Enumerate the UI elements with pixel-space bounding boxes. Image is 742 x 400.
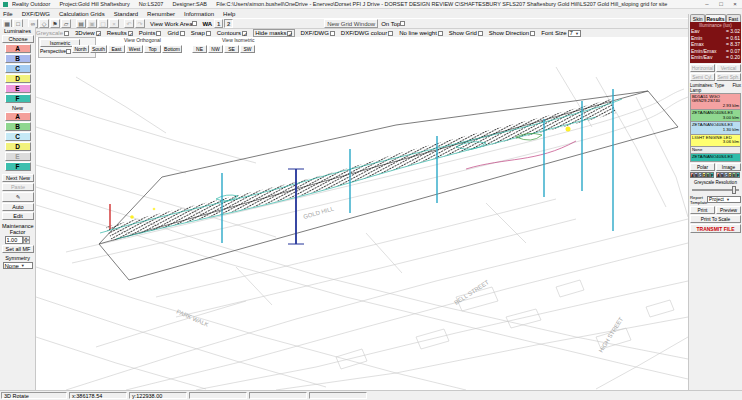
delete-icon[interactable]: × — [109, 19, 119, 28]
menu-renumber[interactable]: Renumber — [147, 11, 175, 17]
copy-icon[interactable]: ▣ — [87, 19, 97, 28]
luminaire-row-d[interactable]: LIGHT ENGINE LED3.06 klm — [690, 135, 741, 147]
font-size-select[interactable]: 7▼ — [568, 30, 581, 37]
new-letter-b[interactable]: B — [5, 122, 31, 131]
next-new-button[interactable]: Next New — [2, 174, 34, 182]
choose-letter-a[interactable]: A — [5, 44, 31, 53]
edit-button[interactable]: Edit — [2, 212, 34, 220]
option-no-line-weight[interactable]: No line weight — [399, 30, 444, 36]
flag-icon[interactable]: ⚑ — [50, 19, 60, 28]
new-letter-e[interactable]: E — [5, 152, 31, 161]
perspective-checkbox[interactable] — [66, 49, 71, 54]
view-bottom-button[interactable]: Bottom — [162, 45, 182, 53]
option-snap[interactable]: Snap — [191, 30, 212, 36]
semi-cyl-button[interactable]: Semi Cyl. — [690, 73, 715, 81]
choose-letter-d[interactable]: D — [5, 74, 31, 83]
view-south-button[interactable]: South — [90, 45, 107, 53]
lamp-icon[interactable]: ◇ — [39, 19, 49, 28]
luminaire-row-e[interactable]: None — [690, 147, 741, 155]
view-top-button[interactable]: Top — [144, 45, 161, 53]
slider-thumb[interactable] — [732, 186, 736, 194]
tab-results[interactable]: Results — [705, 14, 725, 22]
luminaire-row-a[interactable]: BD5A51 WGO GRN29.2S7402.93 klm — [690, 93, 741, 111]
report-template-select[interactable]: Project▼ — [707, 196, 741, 203]
paste-luminaire-button[interactable]: Paste — [2, 183, 34, 191]
horizontal-button[interactable]: Horizontal — [690, 64, 715, 72]
option-greyscale[interactable]: Greyscale — [36, 30, 70, 36]
menu-standard[interactable]: Standard — [114, 11, 138, 17]
option-contours[interactable]: Contours✓ — [217, 30, 248, 36]
option-show-direction[interactable]: Show Direction — [489, 30, 536, 36]
3d-design-canvas[interactable]: GOLD HILL PARK WALK BELL STREET HIGH STR… — [36, 37, 688, 390]
maintenance-factor-input[interactable] — [5, 236, 23, 244]
polygon-icon[interactable]: ▱ — [61, 19, 71, 28]
view-east-button[interactable]: East — [108, 45, 125, 53]
tab-skin[interactable]: Skin — [690, 14, 705, 22]
new-letter-c[interactable]: C — [5, 132, 31, 141]
edit-pencil-icon[interactable]: ✎ — [2, 192, 34, 202]
choose-letter-b[interactable]: B — [5, 54, 31, 63]
choose-letter-c[interactable]: C — [5, 64, 31, 73]
image-button[interactable]: Image — [716, 163, 741, 171]
maintenance-factor-stepper[interactable]: ▲▼ — [5, 236, 31, 244]
view-se-button[interactable]: SE — [224, 45, 239, 53]
close-button[interactable]: × — [728, 0, 742, 8]
new-grid-window-button[interactable]: New Grid Window — [324, 19, 378, 28]
wa-1-button[interactable]: 1 — [214, 19, 223, 28]
wa-2-button[interactable]: 2 — [224, 19, 233, 28]
new-letter-d[interactable]: D — [5, 142, 31, 151]
undo-icon[interactable]: ↶ — [124, 19, 134, 28]
new-letter-f[interactable]: F — [5, 162, 31, 171]
symmetry-label: Symmetry — [2, 255, 33, 261]
view-ne-button[interactable]: NE — [192, 45, 207, 53]
view-work-area-checkbox[interactable] — [192, 21, 197, 26]
option-points[interactable]: Points — [139, 30, 163, 36]
symmetry-select[interactable]: None▼ — [3, 262, 33, 269]
menu-calculation-grids[interactable]: Calculation Grids — [59, 11, 105, 17]
paste-icon[interactable]: ▢ — [98, 19, 108, 28]
transmit-file-button[interactable]: TRANSMIT FILE — [690, 224, 741, 233]
option-grid[interactable]: Grid — [167, 30, 185, 36]
menu-dxf-dwg[interactable]: DXF/DWG — [22, 11, 50, 17]
tab-fast[interactable]: Fast — [726, 14, 741, 22]
option-results[interactable]: Results✓ — [107, 30, 134, 36]
view-west-button[interactable]: West — [126, 45, 143, 53]
auto-button[interactable]: Auto — [2, 203, 34, 211]
chevron-down-icon: ▼ — [575, 31, 579, 36]
set-all-mf-button[interactable]: Set all MF — [2, 245, 34, 253]
print-to-scale-button[interactable]: Print To Scale — [690, 215, 741, 223]
preview-button[interactable]: Preview — [716, 206, 741, 214]
option-dxf-dwg-colour[interactable]: DXF/DWG colour — [341, 30, 394, 36]
on-top-checkbox[interactable] — [400, 21, 405, 26]
option-3dview[interactable]: 3Dview✓ — [75, 30, 102, 36]
luminaire-row-f[interactable]: ZETA/NANO40S/LE3 — [690, 154, 741, 162]
polar-chip-f[interactable]: F — [710, 172, 714, 178]
print-button[interactable]: Print — [690, 206, 715, 214]
menu-bar: File DXF/DWG Calculation Grids Standard … — [0, 9, 742, 18]
choose-letter-e[interactable]: E — [5, 84, 31, 93]
choose-button[interactable]: Choose — [2, 35, 34, 43]
stepper-down-icon[interactable]: ▼ — [23, 240, 30, 244]
greyscale-resolution-slider[interactable] — [692, 186, 739, 194]
redo-icon[interactable]: ↷ — [135, 19, 145, 28]
menu-information[interactable]: Information — [184, 11, 214, 17]
choose-letter-f[interactable]: F — [5, 94, 31, 103]
maximize-button[interactable]: □ — [714, 0, 728, 8]
option-hide-masks[interactable]: Hide masks✓ — [253, 29, 295, 37]
luminaire-row-b[interactable]: ZETA/NANO40S/LE33.00 klm — [690, 110, 741, 122]
vertical-button[interactable]: Vertical — [716, 64, 741, 72]
view-nw-button[interactable]: NW — [208, 45, 223, 53]
luminaire-row-c[interactable]: ZETA/NANO40S/LE31.30 klm — [690, 122, 741, 134]
menu-file[interactable]: File — [3, 11, 13, 17]
new-letter-a[interactable]: A — [5, 112, 31, 121]
polar-button[interactable]: Polar — [690, 163, 715, 171]
semi-sph-button[interactable]: Semi Sph. — [716, 73, 741, 81]
mask-icon[interactable]: ▤ — [76, 19, 86, 28]
view-north-button[interactable]: North — [72, 45, 89, 53]
option-dxf-dwg[interactable]: DXF/DWG — [300, 30, 335, 36]
menu-help[interactable]: Help — [223, 11, 235, 17]
minimize-button[interactable]: – — [700, 0, 714, 8]
view-sw-button[interactable]: SW — [240, 45, 255, 53]
image-chip-f[interactable]: F — [736, 172, 740, 178]
option-show-grid[interactable]: Show Grid — [449, 30, 484, 36]
